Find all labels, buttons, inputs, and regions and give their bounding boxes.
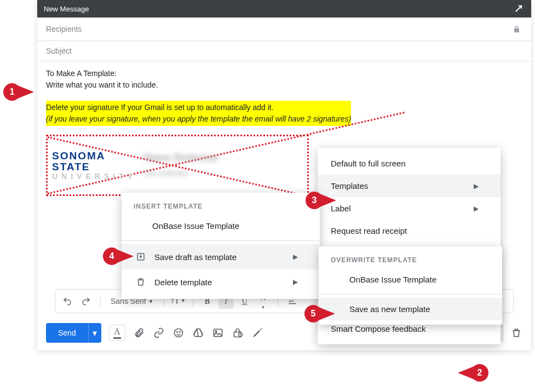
link-icon[interactable]: [153, 327, 165, 339]
send-more-dropdown[interactable]: ▾: [88, 323, 101, 343]
submenu-header-overwrite: OVERWRITE TEMPLATE: [319, 251, 502, 268]
chevron-right-icon: ▶: [474, 182, 479, 190]
redo-icon[interactable]: [78, 293, 94, 309]
svg-point-4: [176, 332, 177, 333]
compose-title: New Message: [44, 5, 89, 13]
menu-item-read-receipt[interactable]: Request read receipt: [318, 220, 501, 246]
callout-3: 3: [306, 192, 323, 209]
submenu-header-insert: INSERT TEMPLATE: [122, 197, 320, 215]
highlight-block: Delete your signature If your Gmail is s…: [46, 101, 351, 126]
menu-label: Save draft as template: [154, 252, 237, 262]
menu-label: OnBase Issue Template: [152, 221, 239, 230]
templates-submenu: INSERT TEMPLATE OnBase Issue Template Sa…: [122, 193, 320, 299]
send-button[interactable]: Send ▾: [46, 323, 101, 343]
callout-5: 5: [304, 305, 322, 322]
trash-icon: [135, 276, 147, 288]
blurred-signature-text: Name Redactedtitle redacted: [144, 151, 218, 180]
menu-label: Default to full screen: [331, 159, 406, 168]
subject-field[interactable]: Subject: [37, 41, 531, 61]
ssu-logo: SONOMA STATE UNIVERSITY: [52, 151, 136, 181]
undo-icon[interactable]: [60, 293, 75, 309]
menu-label: Delete template: [154, 278, 212, 287]
menu-item-onbase-template[interactable]: OnBase Issue Template: [122, 215, 320, 237]
text-format-icon[interactable]: A: [109, 325, 125, 341]
image-icon[interactable]: [212, 327, 224, 339]
save-template-submenu: OVERWRITE TEMPLATE OnBase Issue Template…: [319, 246, 502, 325]
svg-point-7: [215, 331, 217, 332]
menu-label: OnBase Issue Template: [349, 275, 436, 284]
pop-out-icon[interactable]: [513, 3, 525, 15]
attach-icon[interactable]: [133, 327, 145, 339]
menu-item-delete-template[interactable]: Delete template ▶: [122, 269, 320, 295]
logo-line-2: STATE: [52, 162, 136, 172]
subject-placeholder: Subject: [46, 47, 72, 55]
menu-item-save-draft-as-template[interactable]: Save draft as template ▶: [122, 244, 320, 269]
signature-crossed-out: SONOMA STATE UNIVERSITY Name Redactedtit…: [46, 135, 309, 196]
send-label: Send: [46, 328, 88, 337]
chevron-right-icon: ▶: [293, 253, 298, 261]
highlight-line-1: Delete your signature If your Gmail is s…: [46, 102, 351, 113]
menu-item-templates[interactable]: Templates ▶: [318, 175, 501, 197]
logo-line-3: UNIVERSITY: [52, 172, 136, 181]
menu-label: Save as new template: [349, 304, 430, 314]
confidential-icon[interactable]: [232, 327, 244, 339]
separator: [100, 295, 101, 307]
trash-icon[interactable]: [510, 327, 522, 339]
menu-item-overwrite-onbase[interactable]: OnBase Issue Template: [319, 268, 502, 291]
recipients-placeholder: Recipients: [46, 25, 82, 33]
chevron-right-icon: ▶: [293, 278, 298, 286]
chevron-right-icon: ▶: [474, 205, 479, 212]
compose-titlebar: New Message: [37, 0, 531, 18]
menu-item-save-new-template[interactable]: Save as new template: [319, 298, 502, 320]
menu-item-label[interactable]: Label ▶: [318, 197, 501, 220]
menu-label: Request read receipt: [331, 226, 407, 235]
lock-icon: [510, 23, 522, 35]
drive-icon[interactable]: [192, 327, 204, 339]
callout-4: 4: [103, 247, 120, 265]
highlight-line-2: (if you leave your signature, when you a…: [46, 113, 351, 125]
save-icon: [135, 251, 147, 263]
body-line-2: Write what you want it to include.: [46, 79, 522, 91]
callout-2: 2: [471, 364, 488, 382]
logo-line-1: SONOMA: [52, 151, 136, 162]
recipients-field[interactable]: Recipients: [37, 18, 531, 41]
pen-icon[interactable]: [251, 327, 263, 339]
svg-point-5: [179, 332, 180, 333]
emoji-icon[interactable]: [172, 327, 185, 339]
body-line-1: To Make A Template:: [46, 68, 522, 79]
menu-label: Smart Compose feedback: [331, 324, 425, 333]
menu-item-default-full-screen[interactable]: Default to full screen: [318, 152, 501, 175]
svg-point-3: [174, 329, 182, 337]
menu-label: Templates: [331, 181, 368, 191]
callout-1: 1: [3, 83, 21, 101]
